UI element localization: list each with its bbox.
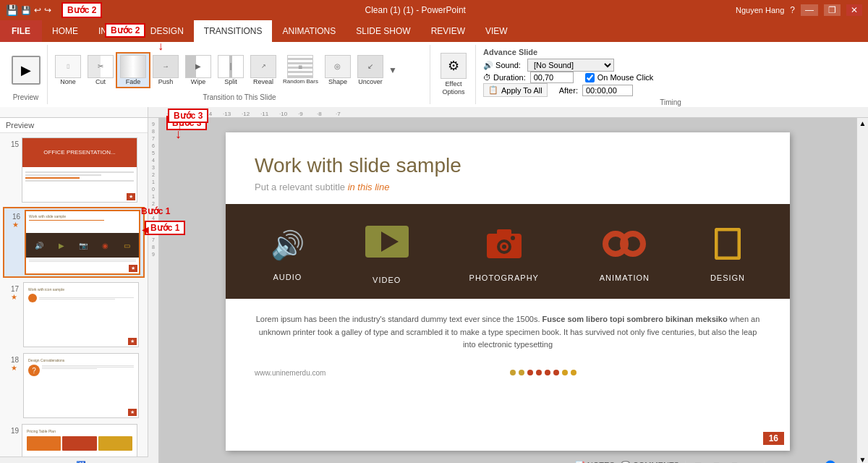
titlebar: 💾 💾 ↩ ↪ Bước 2 Clean (1) (1) - PowerPoin…: [0, 0, 868, 20]
slide-thumbnail: Design Considerations ? ★: [23, 353, 139, 418]
status-right: 📝 NOTES 💬 COMMENTS ▦ ⊞ ⊡ ▶ 71% ⊕: [575, 459, 862, 463]
slide-number: 19: [4, 424, 19, 435]
transition-wipe[interactable]: ▶ Wipe: [182, 54, 214, 87]
view-slideshow-btn[interactable]: ▶: [746, 459, 758, 463]
dot: [571, 370, 576, 375]
animation-label: ANIMATION: [600, 273, 650, 282]
slide-number: 15: [4, 137, 19, 148]
preview-button[interactable]: ▶: [12, 56, 41, 85]
transition-shape[interactable]: ◎ Shape: [322, 54, 354, 87]
ribbon-group-effect: ⚙ EffectOptions: [432, 45, 476, 104]
slide-body-text: Lorem ipsum has been the industry's stan…: [226, 299, 790, 366]
dot: [545, 370, 550, 375]
audio-label: AUDIO: [273, 273, 302, 281]
video-icon: [365, 226, 409, 264]
slide-item[interactable]: 18 ★ Design Considerations ?: [3, 352, 145, 420]
tab-design[interactable]: DESIGN: [140, 20, 194, 42]
annotation-buoc1: Bước 1: [141, 206, 148, 216]
slide-item[interactable]: 17 ★ Work with icon sample: [3, 281, 145, 349]
apply-to-all-button[interactable]: 📋 Apply To All: [483, 83, 548, 97]
transition-uncover[interactable]: ↙ Uncover: [354, 54, 386, 87]
window-title: Clean (1) (1) - PowerPoint: [95, 5, 736, 15]
dot: [510, 370, 516, 375]
vertical-ruler: 98765 4321 01234 56789: [148, 118, 159, 463]
dot: [562, 370, 568, 375]
effect-options-button[interactable]: ⚙ EffectOptions: [438, 50, 469, 99]
tab-review[interactable]: REVIEW: [421, 20, 475, 42]
slide-star: ★: [11, 364, 17, 372]
slide-footer: www.uninemerdu.com: [226, 366, 790, 380]
help-btn[interactable]: ?: [790, 5, 795, 15]
tab-transitions[interactable]: TRANSITIONS: [194, 20, 273, 42]
slide-number: 17: [4, 282, 19, 293]
slide-main-content: Work with slide sample Put a relevant su…: [226, 132, 790, 451]
annotation-buoc2: Bước 2: [61, 2, 102, 18]
ribbon-group-preview: ▶ Preview: [4, 45, 48, 104]
video-label: VIDEO: [373, 276, 401, 284]
tab-file[interactable]: FILE: [0, 20, 42, 42]
after-input[interactable]: [582, 85, 633, 96]
ribbon-group-timing: Advance Slide 🔊 Sound: [No Sound] ⏱ Dura…: [477, 45, 864, 104]
view-normal-btn[interactable]: ▦: [692, 459, 705, 463]
quick-save-btn[interactable]: 💾: [21, 6, 31, 15]
canvas-area: 98765 4321 01234 56789 Work with slide s…: [148, 118, 868, 456]
right-scrollbar[interactable]: ▲ ▼: [856, 118, 868, 463]
photography-label: PHOTOGRAPHY: [469, 273, 539, 282]
slide-item-selected[interactable]: 16 ★ Work with slide sample 🔊 ▶ 📷 ◉ ▭: [3, 207, 145, 278]
ruler-h-container: ·16 ·15 ·14 ·13 ·12 ·11 ·10 ·9 ·8 ·7: [0, 107, 868, 118]
transition-fade[interactable]: Fade: [117, 54, 149, 87]
quick-redo-btn[interactable]: ↪: [44, 5, 51, 15]
transitions-more-arrow[interactable]: ▼: [387, 48, 399, 92]
svg-point-6: [502, 245, 506, 249]
tab-home[interactable]: HOME: [42, 20, 88, 42]
on-mouse-click-checkbox[interactable]: [585, 73, 595, 82]
animation-icon: [603, 228, 646, 262]
slide-canvas: Work with slide sample Put a relevant su…: [159, 118, 856, 463]
annotation-buoc3-arrow: ↓: [175, 127, 182, 142]
icon-design: DESIGN: [710, 228, 745, 282]
slide-thumbnail: Pricing Table Plan: [22, 424, 137, 456]
view-slide-sorter-btn[interactable]: ⊞: [710, 459, 723, 463]
tab-view[interactable]: VIEW: [475, 20, 518, 42]
on-mouse-click-label: On Mouse Click: [597, 73, 654, 82]
transition-push[interactable]: → Push: [150, 54, 182, 87]
quick-undo-btn[interactable]: ↩: [34, 5, 41, 15]
svg-point-7: [511, 236, 515, 240]
slide-dots: [510, 370, 576, 375]
zoom-slider[interactable]: [792, 461, 850, 464]
footer-url: www.uninemerdu.com: [255, 369, 326, 377]
tab-slideshow[interactable]: SLIDE SHOW: [346, 20, 420, 42]
dot: [553, 370, 559, 375]
icon-photography: PHOTOGRAPHY: [469, 228, 539, 282]
canvas-with-ruler: 98765 4321 01234 56789 Work with slide s…: [148, 118, 868, 463]
dot: [519, 370, 524, 375]
sound-label: 🔊 Sound:: [483, 61, 523, 70]
restore-btn[interactable]: ❐: [824, 4, 841, 16]
svg-rect-3: [497, 229, 511, 237]
transition-cut[interactable]: ✂ Cut: [85, 54, 116, 87]
svg-rect-10: [716, 229, 739, 258]
transitions-group-label: Transition to This Slide: [52, 93, 427, 101]
scroll-up-btn[interactable]: ▲: [858, 118, 868, 129]
transition-random-bars[interactable]: ≡ Random Bars: [280, 54, 321, 86]
tab-insert[interactable]: INSERT: [88, 20, 140, 42]
separator: [764, 461, 765, 464]
view-reading-btn[interactable]: ⊡: [728, 459, 741, 463]
transition-split[interactable]: | Split: [215, 54, 247, 87]
slide-item[interactable]: 15 OFFICE PRESENTATION... ★: [3, 136, 145, 204]
transition-none[interactable]: ▯ None: [52, 54, 84, 87]
slide-thumbnail-selected: Work with slide sample 🔊 ▶ 📷 ◉ ▭ ★: [25, 210, 140, 275]
after-label: After:: [559, 86, 578, 95]
duration-input[interactable]: [530, 72, 574, 83]
close-btn[interactable]: ✕: [846, 4, 862, 16]
slide-item[interactable]: 19 Pricing Table Plan: [3, 422, 145, 456]
minimize-btn[interactable]: —: [801, 4, 818, 16]
tab-animations[interactable]: ANIMATIONS: [272, 20, 346, 42]
hruler: ·16 ·15 ·14 ·13 ·12 ·11 ·10 ·9 ·8 ·7: [159, 107, 868, 117]
slide-star: ★: [11, 293, 17, 301]
design-label: DESIGN: [710, 273, 745, 282]
transition-reveal[interactable]: ↗ Reveal: [247, 54, 279, 87]
sound-select[interactable]: [No Sound]: [527, 59, 614, 72]
annotation-buoc3: Bước 3: [166, 118, 207, 130]
audio-icon: 🔊: [271, 229, 305, 261]
